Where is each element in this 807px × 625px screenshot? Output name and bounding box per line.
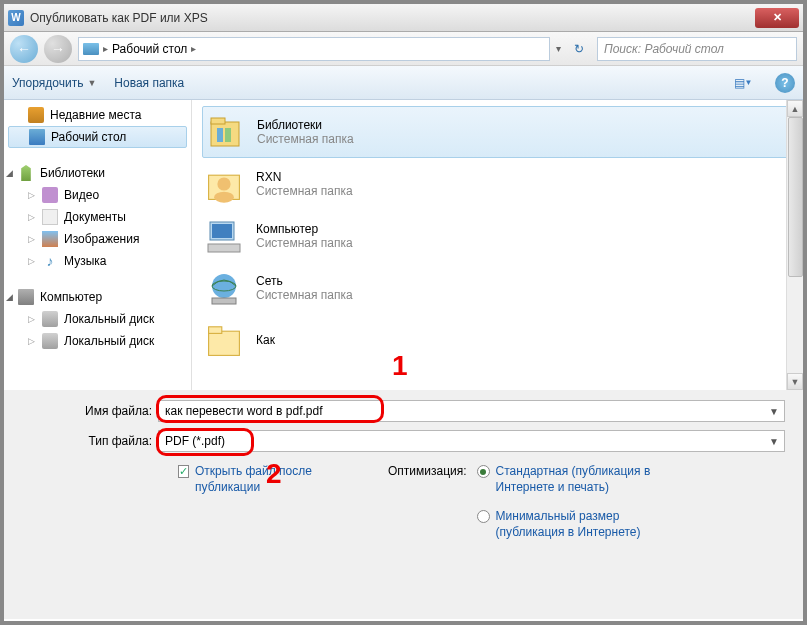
search-placeholder: Поиск: Рабочий стол: [604, 42, 724, 56]
sidebar-item-recent[interactable]: Недавние места: [4, 104, 191, 126]
expand-icon[interactable]: ▷: [28, 314, 35, 324]
chevron-down-icon: ▼: [87, 78, 96, 88]
sidebar-item-localdisk[interactable]: ▷ Локальный диск: [4, 308, 191, 330]
breadcrumb[interactable]: ▸ Рабочий стол ▸: [78, 37, 550, 61]
disk-icon: [42, 311, 58, 327]
chevron-down-icon[interactable]: ▼: [766, 432, 782, 450]
list-item-rxn[interactable]: RXN Системная папка: [202, 158, 793, 210]
svg-rect-8: [212, 224, 232, 238]
file-list: Библиотеки Системная папка RXN Системная…: [192, 100, 803, 390]
filename-label: Имя файла:: [22, 404, 158, 418]
scrollbar[interactable]: ▲ ▼: [786, 100, 803, 390]
save-panel: Имя файла: как перевести word в pdf.pdf …: [4, 390, 803, 619]
recent-icon: [28, 107, 44, 123]
folder-icon: [202, 318, 246, 362]
list-item-computer[interactable]: Компьютер Системная папка: [202, 210, 793, 262]
svg-rect-12: [212, 298, 236, 304]
view-button[interactable]: ▤▼: [729, 72, 757, 94]
sidebar: Недавние места Рабочий стол ◢ Библиотеки…: [4, 100, 192, 390]
optimize-minimal-radio[interactable]: [477, 510, 490, 523]
desktop-icon: [83, 43, 99, 55]
filetype-label: Тип файла:: [22, 434, 158, 448]
document-icon: [42, 209, 58, 225]
list-item-network[interactable]: Сеть Системная папка: [202, 262, 793, 314]
computer-icon: [18, 289, 34, 305]
collapse-icon[interactable]: ◢: [6, 168, 13, 178]
desktop-icon: [29, 129, 45, 145]
forward-button[interactable]: →: [44, 35, 72, 63]
optimize-standard-radio[interactable]: [477, 465, 490, 478]
sidebar-item-localdisk[interactable]: ▷ Локальный диск: [4, 330, 191, 352]
chevron-down-icon[interactable]: ▼: [766, 402, 782, 420]
annotation-marker-1: 1: [392, 350, 408, 382]
expand-icon[interactable]: ▷: [28, 190, 35, 200]
sidebar-item-music[interactable]: ▷ ♪ Музыка: [4, 250, 191, 272]
music-icon: ♪: [42, 253, 58, 269]
titlebar: W Опубликовать как PDF или XPS ✕: [4, 4, 803, 32]
window-title: Опубликовать как PDF или XPS: [30, 11, 755, 25]
svg-point-6: [214, 192, 234, 203]
open-after-checkbox[interactable]: ✓: [178, 465, 189, 478]
library-icon: [203, 110, 247, 154]
svg-rect-14: [209, 327, 222, 334]
breadcrumb-text: Рабочий стол: [112, 42, 187, 56]
app-icon: W: [8, 10, 24, 26]
disk-icon: [42, 333, 58, 349]
sidebar-item-documents[interactable]: ▷ Документы: [4, 206, 191, 228]
svg-rect-13: [209, 331, 240, 355]
computer-icon: [202, 214, 246, 258]
toolbar: Упорядочить ▼ Новая папка ▤▼ ?: [4, 66, 803, 100]
filename-input[interactable]: как перевести word в pdf.pdf ▼: [158, 400, 785, 422]
svg-rect-3: [225, 128, 231, 142]
refresh-button[interactable]: ↻: [567, 37, 591, 61]
library-icon: [18, 165, 34, 181]
network-icon: [202, 266, 246, 310]
list-item-kak[interactable]: Как: [202, 314, 793, 366]
sidebar-item-libraries[interactable]: ◢ Библиотеки: [4, 162, 191, 184]
expand-icon[interactable]: ▷: [28, 256, 35, 266]
annotation-marker-2: 2: [266, 458, 282, 490]
svg-point-5: [217, 177, 230, 190]
scroll-thumb[interactable]: [788, 117, 803, 277]
expand-icon[interactable]: ▷: [28, 212, 35, 222]
dropdown-icon[interactable]: ▾: [556, 43, 561, 54]
chevron-right-icon: ▸: [103, 43, 108, 54]
new-folder-button[interactable]: Новая папка: [114, 76, 184, 90]
sidebar-item-video[interactable]: ▷ Видео: [4, 184, 191, 206]
list-item-libraries[interactable]: Библиотеки Системная папка: [202, 106, 793, 158]
svg-rect-9: [208, 244, 240, 252]
optimize-minimal-label: Минимальный размер (публикация в Интерне…: [496, 509, 656, 540]
svg-rect-2: [217, 128, 223, 142]
video-icon: [42, 187, 58, 203]
collapse-icon[interactable]: ◢: [6, 292, 13, 302]
chevron-right-icon: ▸: [191, 43, 196, 54]
expand-icon[interactable]: ▷: [28, 234, 35, 244]
svg-rect-1: [211, 118, 225, 124]
svg-point-10: [212, 274, 236, 298]
sidebar-item-computer[interactable]: ◢ Компьютер: [4, 286, 191, 308]
sidebar-item-desktop[interactable]: Рабочий стол: [8, 126, 187, 148]
back-button[interactable]: ←: [10, 35, 38, 63]
help-button[interactable]: ?: [775, 73, 795, 93]
optimize-standard-label: Стандартная (публикация в Интернете и пе…: [496, 464, 656, 495]
expand-icon[interactable]: ▷: [28, 336, 35, 346]
scroll-down-icon[interactable]: ▼: [787, 373, 803, 390]
search-input[interactable]: Поиск: Рабочий стол: [597, 37, 797, 61]
scroll-up-icon[interactable]: ▲: [787, 100, 803, 117]
filetype-combo[interactable]: PDF (*.pdf) ▼: [158, 430, 785, 452]
nav-bar: ← → ▸ Рабочий стол ▸ ▾ ↻ Поиск: Рабочий …: [4, 32, 803, 66]
optimize-label: Оптимизация:: [388, 464, 467, 540]
sidebar-item-images[interactable]: ▷ Изображения: [4, 228, 191, 250]
organize-button[interactable]: Упорядочить ▼: [12, 76, 96, 90]
image-icon: [42, 231, 58, 247]
user-folder-icon: [202, 162, 246, 206]
close-button[interactable]: ✕: [755, 8, 799, 28]
